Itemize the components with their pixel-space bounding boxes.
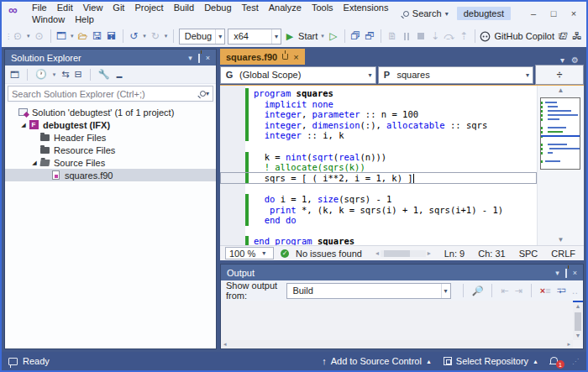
menu-file[interactable]: File xyxy=(27,2,52,13)
expand-arrow-icon[interactable]: ◢ xyxy=(30,160,39,166)
previous-message-icon[interactable]: ⇤ xyxy=(501,286,508,296)
open-folder-button[interactable]: 🗁 xyxy=(77,28,89,45)
properties-wrench-icon[interactable]: 🔧 xyxy=(98,69,110,80)
menu-tools[interactable]: Tools xyxy=(307,2,339,13)
menu-git[interactable]: Git xyxy=(108,2,129,13)
scope-dropdown[interactable]: G (Global Scope) ▾ xyxy=(220,66,376,84)
code-line-3[interactable]: integer, parameter :: n = 100 xyxy=(220,109,537,120)
output-vertical-scrollbar[interactable]: ▲ ▼ xyxy=(573,301,583,340)
start-button-label[interactable]: Start xyxy=(298,31,318,41)
solution-platform-dropdown[interactable]: x64 ▾ xyxy=(228,29,281,45)
scroll-down-icon[interactable]: ▼ xyxy=(538,235,584,245)
new-project-button[interactable]: 🗔 xyxy=(55,28,67,45)
save-all-button[interactable]: 🖬 xyxy=(106,28,118,45)
close-icon[interactable]: × xyxy=(573,269,577,277)
scroll-up-icon[interactable]: ▲ xyxy=(575,302,581,311)
scroll-left-icon[interactable]: ◂ xyxy=(223,341,227,348)
filter-dropdown-icon[interactable]: ▾ xyxy=(52,71,57,78)
menu-build[interactable]: Build xyxy=(169,2,199,13)
window-position-icon[interactable]: ▾ xyxy=(188,54,192,62)
close-icon[interactable]: × xyxy=(206,54,210,62)
code-editor[interactable]: program squares implicit none integer, p… xyxy=(220,85,584,245)
send-feedback-button[interactable]: 🖧 xyxy=(571,28,583,45)
menu-help[interactable]: Help xyxy=(70,13,99,25)
indentation-indicator[interactable]: SPC xyxy=(519,249,538,259)
break-all-button[interactable] xyxy=(401,28,412,45)
new-dropdown-icon[interactable]: ▾ xyxy=(70,33,75,39)
find-message-icon[interactable]: 🔎 xyxy=(472,286,484,296)
editor-options-gear-icon[interactable]: ⚙ xyxy=(571,55,579,65)
undo-button[interactable]: ↺ xyxy=(128,28,139,45)
preview-selected-items-icon[interactable]: 🗕 xyxy=(114,70,123,80)
scrollbar-thumb[interactable] xyxy=(575,312,581,331)
code-line-12[interactable]: print *, (k, k = sqrs(i) + 1, sqrs(i+1) … xyxy=(220,205,537,216)
redo-button[interactable]: ↻ xyxy=(150,28,161,45)
pin-icon[interactable] xyxy=(198,54,200,62)
close-button[interactable]: × xyxy=(564,5,583,22)
collapse-all-icon[interactable]: ⊟ xyxy=(74,69,81,80)
menu-extensions[interactable]: Extensions xyxy=(339,2,394,13)
code-line-5[interactable]: integer :: i, k xyxy=(220,130,537,141)
output-content[interactable]: ▲ ▼ ◂ ▸ xyxy=(221,301,583,348)
toolbar-grip[interactable]: ⋮⋮ xyxy=(5,35,9,38)
navigate-back-button[interactable]: ⊙ xyxy=(12,28,24,45)
tree-item-resource-files[interactable]: Resource Files xyxy=(5,144,216,156)
step-into-button[interactable]: ⇣ xyxy=(429,28,441,45)
code-line-7[interactable]: k = nint(sqrt(real(n))) xyxy=(220,152,537,163)
pin-icon[interactable] xyxy=(565,269,567,277)
find-in-files-button[interactable]: 🗇 xyxy=(349,28,361,45)
pending-changes-filter-icon[interactable]: 🕐 xyxy=(35,69,47,80)
navigate-forward-button[interactable]: ⊙ xyxy=(34,28,45,45)
code-line-11[interactable]: do i = 1, size(sqrs) - 1 xyxy=(220,194,537,205)
output-source-dropdown[interactable]: Build ▾ xyxy=(286,283,450,299)
tree-item-source-files[interactable]: ◢Source Files xyxy=(5,156,216,169)
maximize-button[interactable]: □ xyxy=(544,5,563,22)
switch-views-icon[interactable]: 🗔 xyxy=(10,70,19,80)
select-repository-button[interactable]: Select Repository ▲ xyxy=(444,356,538,366)
code-line-13[interactable]: end do xyxy=(220,215,537,226)
build-selection-button[interactable]: 🗎 xyxy=(386,28,398,45)
zoom-level-dropdown[interactable]: 100 % ▾ xyxy=(225,247,274,259)
output-titlebar[interactable]: Output ▾ × xyxy=(221,265,583,280)
share-button[interactable]: 🖅 xyxy=(557,28,569,45)
step-out-button[interactable]: ⇡ xyxy=(458,28,470,45)
step-over-button[interactable]: ⤼ xyxy=(444,28,455,45)
split-editor-handle[interactable]: ÷ xyxy=(535,65,584,85)
editor-horizontal-scrollbar[interactable]: ◂ ▸ xyxy=(369,249,438,257)
code-line-9[interactable]: sqrs = [ ( i**2, i = 1, k) ] xyxy=(220,173,537,184)
scroll-up-icon[interactable]: ▲ xyxy=(538,86,584,96)
attach-process-button[interactable]: 🗗 xyxy=(364,28,375,45)
tab-squares-f90[interactable]: squares.f90 × xyxy=(220,49,305,65)
tab-list-chevron-icon[interactable]: ▾ xyxy=(560,55,564,65)
tree-item-solution-debugtest-1-of-1-project-[interactable]: Solution 'debugtest' (1 of 1 project) xyxy=(5,106,216,118)
tree-item-header-files[interactable]: Header Files xyxy=(5,131,216,144)
window-position-icon[interactable]: ▾ xyxy=(555,269,559,277)
minimap-scrollbar[interactable]: ▲ ▼ xyxy=(537,86,584,245)
solution-explorer-titlebar[interactable]: Solution Explorer ▾ × xyxy=(5,50,216,65)
notifications-bell-button[interactable]: 1 xyxy=(550,356,560,366)
scroll-down-icon[interactable]: ▼ xyxy=(575,332,581,340)
resize-grip[interactable]: ⋰ xyxy=(572,358,580,365)
menu-edit[interactable]: Edit xyxy=(52,2,78,13)
start-dropdown-icon[interactable]: ▾ xyxy=(320,33,325,39)
close-tab-icon[interactable]: × xyxy=(293,52,298,62)
expand-arrow-icon[interactable]: ◢ xyxy=(19,122,28,128)
code-line-1[interactable]: program squares xyxy=(220,88,537,99)
code-line-4[interactable]: integer, dimension(:), allocatable :: sq… xyxy=(220,120,537,131)
menu-view[interactable]: View xyxy=(78,2,108,13)
code-line-2[interactable]: implicit none xyxy=(220,99,537,110)
tree-item-debugtest-ifx-[interactable]: ◢Fdebugtest (IFX) xyxy=(5,118,216,131)
solution-configuration-dropdown[interactable]: Debug ▾ xyxy=(179,29,225,45)
sync-with-active-document-icon[interactable]: ⇆ xyxy=(61,69,69,80)
menu-test[interactable]: Test xyxy=(237,2,264,13)
menu-project[interactable]: Project xyxy=(129,2,168,13)
back-dropdown-icon[interactable]: ▾ xyxy=(26,33,31,39)
start-without-debugging-button[interactable]: ▷ xyxy=(328,28,339,45)
next-message-icon[interactable]: ⇥ xyxy=(515,286,522,296)
menu-window[interactable]: Window xyxy=(27,13,70,25)
scroll-right-icon[interactable]: ▸ xyxy=(567,341,570,348)
github-copilot-button[interactable]: GitHub Copilot xyxy=(480,31,554,42)
menu-analyze[interactable]: Analyze xyxy=(264,2,307,13)
undo-dropdown-icon[interactable]: ▾ xyxy=(142,33,147,39)
code-line-10[interactable] xyxy=(220,183,537,194)
